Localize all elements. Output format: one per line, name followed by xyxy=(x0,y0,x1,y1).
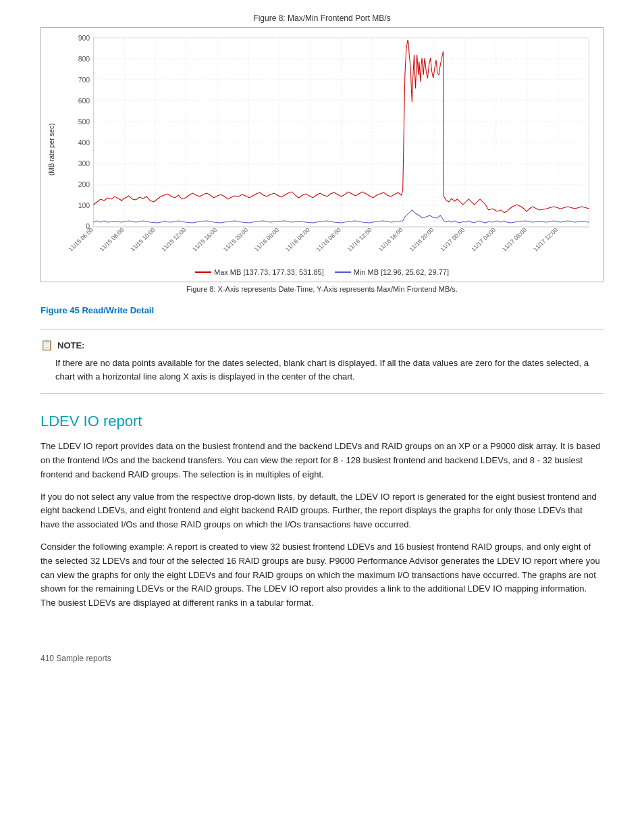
chart-title: Figure 8: Max/Min Frontend Port MB/s xyxy=(41,14,603,23)
svg-text:11/16 00:00: 11/16 00:00 xyxy=(253,226,281,253)
y-axis-label: (MB rate per sec) xyxy=(48,34,55,264)
svg-text:11/16 04:00: 11/16 04:00 xyxy=(284,226,312,253)
svg-text:11/15 06:00: 11/15 06:00 xyxy=(67,226,95,253)
svg-text:11/15 20:00: 11/15 20:00 xyxy=(222,226,250,253)
ldev-section: LDEV IO report The LDEV IO report provid… xyxy=(41,413,603,610)
chart-caption: Figure 8: X-Axis represents Date-Time, Y… xyxy=(41,285,603,293)
chart-area: 900 800 700 600 500 400 300 200 100 0 11… xyxy=(58,34,596,264)
section-body: The LDEV IO report provides data on the … xyxy=(41,440,603,610)
svg-text:11/16 08:00: 11/16 08:00 xyxy=(315,226,342,253)
svg-text:800: 800 xyxy=(78,55,90,63)
note-text: If there are no data points available fo… xyxy=(55,357,603,384)
svg-text:600: 600 xyxy=(78,97,90,105)
svg-text:11/17 00:00: 11/17 00:00 xyxy=(439,226,466,253)
legend-max-line xyxy=(195,271,211,273)
note-title: NOTE: xyxy=(57,340,84,350)
svg-text:11/15 10:00: 11/15 10:00 xyxy=(129,226,157,253)
legend-min-label: Min MB [12.96, 25.62, 29.77] xyxy=(354,268,449,276)
note-icon: 📋 xyxy=(41,339,53,351)
svg-text:11/17 08:00: 11/17 08:00 xyxy=(501,226,529,253)
svg-text:11/17 12:00: 11/17 12:00 xyxy=(532,226,560,253)
svg-text:900: 900 xyxy=(78,34,90,42)
svg-text:400: 400 xyxy=(78,139,90,147)
svg-text:200: 200 xyxy=(78,181,90,188)
chart-svg: 900 800 700 600 500 400 300 200 100 0 11… xyxy=(58,34,596,264)
ldev-paragraph-2: If you do not select any value from the … xyxy=(41,490,603,532)
chart-container: (MB rate per sec) xyxy=(41,27,603,282)
svg-text:100: 100 xyxy=(78,202,90,209)
chart-legend: Max MB [137.73, 177.33, 531.85] Min MB [… xyxy=(48,264,596,282)
figure-label: Figure 45 Read/Write Detail xyxy=(41,305,603,315)
svg-text:11/16 16:00: 11/16 16:00 xyxy=(377,226,404,253)
svg-text:300: 300 xyxy=(78,160,90,167)
legend-min: Min MB [12.96, 25.62, 29.77] xyxy=(335,268,449,276)
svg-text:11/16 20:00: 11/16 20:00 xyxy=(408,226,435,253)
svg-text:11/17 04:00: 11/17 04:00 xyxy=(470,226,498,253)
ldev-paragraph-1: The LDEV IO report provides data on the … xyxy=(41,440,603,481)
legend-min-line xyxy=(335,271,351,273)
note-section: 📋 NOTE: If there are no data points avai… xyxy=(41,329,603,394)
ldev-paragraph-3: Consider the following example: A report… xyxy=(41,540,603,610)
svg-text:11/16 12:00: 11/16 12:00 xyxy=(346,226,373,253)
svg-text:11/15 12:00: 11/15 12:00 xyxy=(160,226,188,253)
page-footer: 410 Sample reports xyxy=(41,651,603,663)
note-header: 📋 NOTE: xyxy=(41,339,603,351)
svg-text:11/15 08:00: 11/15 08:00 xyxy=(98,226,126,253)
svg-text:500: 500 xyxy=(78,118,90,126)
svg-text:11/15 16:00: 11/15 16:00 xyxy=(191,226,219,253)
svg-text:700: 700 xyxy=(78,76,90,84)
legend-max-label: Max MB [137.73, 177.33, 531.85] xyxy=(214,268,324,276)
section-title: LDEV IO report xyxy=(41,413,603,430)
legend-max: Max MB [137.73, 177.33, 531.85] xyxy=(195,268,324,276)
